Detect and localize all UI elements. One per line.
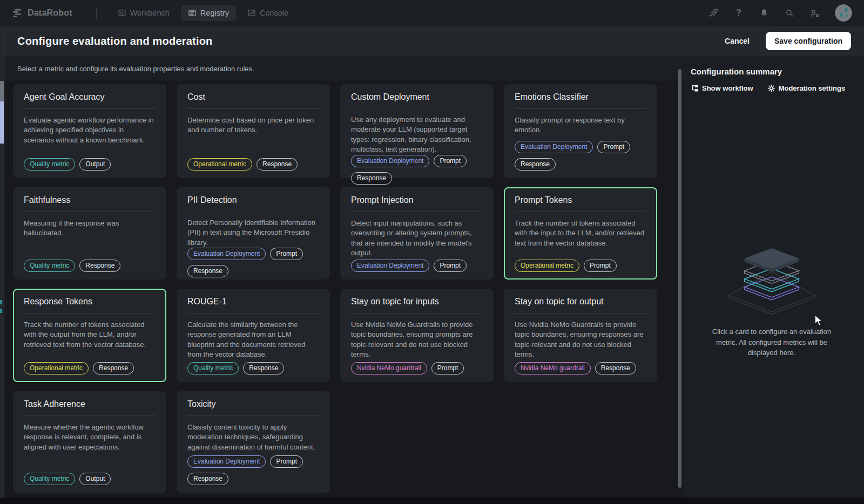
metric-card[interactable]: ROUGE-1 Calculate the similarity between… <box>177 289 330 382</box>
metric-card-description: Determine cost based on price per token … <box>187 115 319 135</box>
metric-card-description: Track the number of tokens associated wi… <box>515 219 646 248</box>
metric-card-title: Task Adherence <box>24 399 156 409</box>
nav-divider <box>96 7 97 19</box>
nav-actions: ? <box>708 4 864 22</box>
metric-card-title: Prompt Injection <box>351 195 483 205</box>
nav-tab-workbench[interactable]: Workbench <box>111 5 177 21</box>
metric-tag: Evaluation Deployment <box>515 141 593 153</box>
metric-card[interactable]: Response Tokens Track the number of toke… <box>13 289 166 382</box>
metric-tag: Response <box>79 260 120 272</box>
divider <box>515 313 646 314</box>
sidebar-empty-state: Click a card to configure an evaluation … <box>691 237 853 358</box>
metric-card[interactable]: Prompt Injection Detect input manipulati… <box>340 187 494 280</box>
metric-card-tags: Operational metricPrompt <box>515 260 646 272</box>
metric-card[interactable]: Stay on topic for output Use Nvidia NeMo… <box>504 289 657 382</box>
nav-tab-label: Console <box>260 9 288 17</box>
save-configuration-button[interactable]: Save configuration <box>766 32 851 50</box>
metric-card-tags: Quality metricOutput <box>24 473 156 485</box>
metric-card[interactable]: Task Adherence Measure whether the agent… <box>13 391 166 493</box>
metric-card[interactable]: PII Detection Detect Personally Identifi… <box>177 187 330 280</box>
background-fragment <box>0 309 2 313</box>
metric-card-tags: Evaluation DeploymentPrompt <box>351 260 483 272</box>
metric-card-tags: Quality metricResponse <box>187 362 319 374</box>
empty-state-caption: Click a card to configure an evaluation … <box>708 326 835 358</box>
metric-tag: Response <box>187 265 228 277</box>
metric-tag: Prompt <box>434 155 467 167</box>
divider <box>187 108 319 109</box>
search-icon[interactable] <box>784 8 795 18</box>
nav-tabs: Workbench Registry Console <box>111 5 295 21</box>
metric-tag: Output <box>79 158 111 171</box>
help-icon[interactable]: ? <box>733 8 744 18</box>
metric-card-title: Agent Goal Accuracy <box>24 92 156 102</box>
metric-card-description: Detect input manipulations, such as over… <box>351 219 483 258</box>
metric-card-title: Custom Deployment <box>351 92 483 102</box>
show-workflow-link[interactable]: Show workflow <box>691 84 753 92</box>
top-nav: DataRobot Workbench Registry Console ? <box>0 0 864 26</box>
registry-icon <box>188 9 197 17</box>
metric-tag: Nvidia NeMo guardrail <box>515 362 591 374</box>
moderation-settings-label: Moderation settings <box>779 84 846 92</box>
sidebar-links: Show workflow Moderation settings <box>691 84 864 92</box>
metric-tag: Operational metric <box>187 158 252 171</box>
cancel-button[interactable]: Cancel <box>717 32 757 50</box>
metric-card-tags: Evaluation DeploymentPromptResponse <box>187 248 319 277</box>
page-title: Configure evaluation and moderation <box>17 35 212 47</box>
vertical-scrollbar[interactable] <box>678 69 681 488</box>
console-icon <box>247 9 256 17</box>
metric-card-description: Use any deployment to evaluate and moder… <box>351 115 483 155</box>
brand[interactable]: DataRobot <box>0 8 72 18</box>
metric-cards-panel: Select a metric and configure its evalua… <box>4 56 684 498</box>
moderation-settings-link[interactable]: Moderation settings <box>767 84 846 92</box>
metric-tag: Response <box>243 362 284 374</box>
metric-card-title: Prompt Tokens <box>515 195 646 205</box>
metric-card[interactable]: Stay on topic for inputs Use Nvidia NeMo… <box>340 289 494 382</box>
metric-card[interactable]: Faithfulness Measuring if the response w… <box>13 187 166 280</box>
metric-tag: Response <box>595 362 636 374</box>
metric-card[interactable]: Cost Determine cost based on price per t… <box>177 84 330 178</box>
metric-tag: Quality metric <box>24 260 75 272</box>
workflow-icon <box>691 84 699 92</box>
metric-card-tags: Operational metricResponse <box>24 362 156 374</box>
nav-tab-label: Workbench <box>130 9 170 17</box>
metric-card[interactable]: Agent Goal Accuracy Evaluate agentic wor… <box>13 84 166 178</box>
metric-card-title: Cost <box>187 92 319 102</box>
nav-tab-registry[interactable]: Registry <box>181 5 236 21</box>
metric-card-description: Detect Personally Identifiable Informati… <box>187 218 319 248</box>
metric-tag: Evaluation Deployment <box>187 455 266 468</box>
metric-card-description: Track the number of tokens associated wi… <box>24 320 156 350</box>
metric-tag: Prompt <box>434 260 467 272</box>
avatar[interactable] <box>835 4 852 22</box>
metric-card[interactable]: Custom Deployment Use any deployment to … <box>340 84 494 178</box>
user-management-icon[interactable] <box>809 8 820 18</box>
metric-tag: Prompt <box>431 362 464 374</box>
background-fragment <box>0 81 4 101</box>
gear-icon <box>767 84 775 92</box>
configuration-summary-sidebar: Configuration summary Show workflow <box>684 56 864 498</box>
metric-tag: Response <box>515 158 556 171</box>
metric-card[interactable]: Prompt Tokens Track the number of tokens… <box>504 187 657 280</box>
metric-tag: Evaluation Deployment <box>187 248 266 260</box>
brand-name: DataRobot <box>28 8 72 18</box>
metric-cards-grid: Agent Goal Accuracy Evaluate agentic wor… <box>4 81 684 493</box>
metric-card[interactable]: Emotions Classifier Classify prompt or r… <box>504 84 657 178</box>
metric-tag: Response <box>256 158 298 171</box>
metric-card-title: Response Tokens <box>24 297 156 307</box>
divider <box>515 212 646 212</box>
rocket-icon[interactable] <box>708 8 719 18</box>
divider <box>351 212 483 212</box>
divider <box>24 212 156 212</box>
nav-tab-console[interactable]: Console <box>240 5 295 21</box>
metric-tag: Evaluation Deployment <box>351 155 429 167</box>
metric-tag: Operational metric <box>24 362 89 374</box>
metric-tag: Response <box>351 172 392 185</box>
divider <box>515 108 646 109</box>
metric-tag: Evaluation Deployment <box>351 260 429 272</box>
background-fragment <box>0 101 4 144</box>
metric-card-title: Faithfulness <box>24 195 156 205</box>
modal-header: Configure evaluation and moderation Canc… <box>4 26 864 56</box>
metric-card[interactable]: Toxicity Classify content toxicity to ap… <box>177 391 330 493</box>
notifications-icon[interactable] <box>759 8 770 18</box>
configure-evaluation-modal: Configure evaluation and moderation Canc… <box>4 26 864 498</box>
metric-card-description: Measuring if the response was hallucinat… <box>24 219 156 239</box>
